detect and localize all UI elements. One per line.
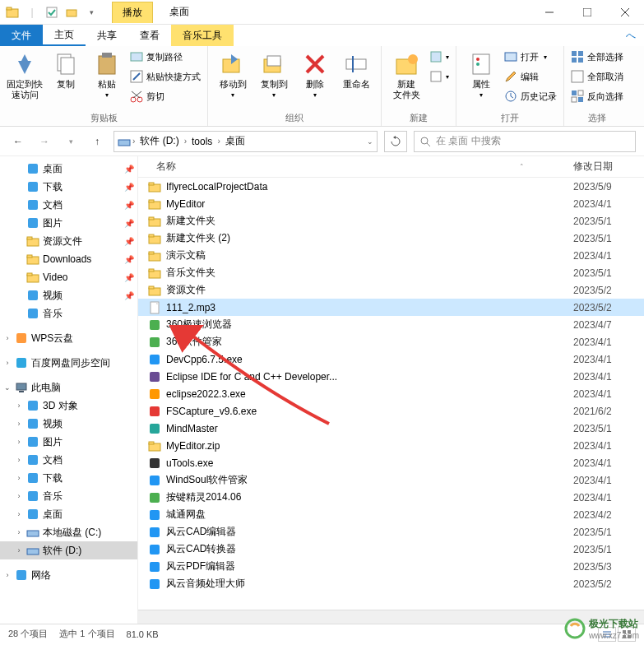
nav-item-资源文件[interactable]: 资源文件📌 xyxy=(0,232,137,250)
nav-item-视频[interactable]: 视频📌 xyxy=(0,286,137,304)
file-row[interactable]: 音乐文件夹2023/5/1 xyxy=(138,264,644,281)
file-row[interactable]: 111_2.mp32023/5/2 xyxy=(138,299,644,316)
rename-button[interactable]: 重命名 xyxy=(338,48,374,90)
expander-icon[interactable]: › xyxy=(15,420,23,428)
chevron-right-icon[interactable]: › xyxy=(132,137,135,146)
expander-icon[interactable]: › xyxy=(15,438,23,446)
file-row[interactable]: 资源文件2023/5/2 xyxy=(138,281,644,299)
column-date[interactable]: 修改日期 xyxy=(573,160,644,174)
tab-home[interactable]: 主页 xyxy=(43,25,86,46)
nav-item-视频[interactable]: ›视频 xyxy=(0,415,137,433)
expander-icon[interactable]: › xyxy=(15,401,23,410)
tab-view[interactable]: 查看 xyxy=(128,25,171,46)
file-row[interactable]: 风云音频处理大师2023/5/2 xyxy=(138,575,644,592)
nav-item-音乐[interactable]: ›音乐 xyxy=(0,487,137,505)
file-row[interactable]: 按键精灵2014.062023/4/1 xyxy=(138,489,644,506)
maximize-button[interactable] xyxy=(568,0,606,25)
file-row[interactable]: 新建文件夹2023/5/1 xyxy=(138,212,644,230)
ribbon-collapse-icon[interactable]: へ xyxy=(618,25,644,46)
file-row[interactable]: MyEditor2023/4/1 xyxy=(138,195,644,212)
expander-icon[interactable]: ⌄ xyxy=(3,383,12,392)
copy-button[interactable]: 复制 xyxy=(48,48,84,90)
column-name[interactable]: 名称˄ xyxy=(138,160,573,174)
properties-button[interactable]: 属性▾ xyxy=(463,48,499,100)
tab-share[interactable]: 共享 xyxy=(86,25,128,46)
select-none-button[interactable]: 全部取消 xyxy=(571,67,623,86)
breadcrumb[interactable]: › 软件 (D:) › tools › 桌面 ⌄ xyxy=(114,131,378,152)
file-row[interactable]: 360软件管家2023/4/1 xyxy=(138,333,644,350)
nav-up-button[interactable]: ↑ xyxy=(87,132,107,151)
nav-item-百度网盘同步空间[interactable]: ›百度网盘同步空间 xyxy=(0,354,137,372)
chevron-right-icon[interactable]: › xyxy=(184,137,187,146)
invert-selection-button[interactable]: 反向选择 xyxy=(571,87,623,105)
nav-back-button[interactable]: ← xyxy=(8,132,28,151)
copy-path-button[interactable]: 复制路径 xyxy=(130,48,201,66)
pin-quick-access-button[interactable]: 固定到快 速访问 xyxy=(7,48,43,100)
history-button[interactable]: 历史记录 xyxy=(504,87,557,105)
nav-item-图片[interactable]: ›图片 xyxy=(0,433,137,451)
nav-item-WPS云盘[interactable]: ›WPS云盘 xyxy=(0,329,137,347)
file-row[interactable]: Eclipse IDE for C and C++ Developer...20… xyxy=(138,368,644,385)
nav-item-桌面[interactable]: ›桌面 xyxy=(0,505,137,523)
paste-button[interactable]: 粘贴 ▾ xyxy=(89,48,125,100)
chevron-right-icon[interactable]: › xyxy=(217,137,220,146)
nav-item-软件 (D:)[interactable]: ›软件 (D:) xyxy=(0,541,137,559)
file-row[interactable]: FSCapture_v9.6.exe2021/6/2 xyxy=(138,402,644,420)
file-row[interactable]: eclipse2022.3.exe2023/4/1 xyxy=(138,385,644,402)
nav-item-图片[interactable]: 图片📌 xyxy=(0,214,137,232)
file-row[interactable]: 风云PDF编辑器2023/5/3 xyxy=(138,558,644,575)
navigation-pane[interactable]: 桌面📌下载📌文档📌图片📌资源文件📌Downloads📌Video📌视频📌音乐›W… xyxy=(0,156,138,624)
nav-item-3D 对象[interactable]: ›3D 对象 xyxy=(0,397,137,415)
copy-to-button[interactable]: 复制到▾ xyxy=(256,48,292,100)
delete-button[interactable]: 删除▾ xyxy=(297,48,333,100)
file-row[interactable]: 演示文稿2023/4/1 xyxy=(138,247,644,264)
expander-icon[interactable]: › xyxy=(3,359,12,367)
file-row[interactable]: 风云CAD转换器2023/5/1 xyxy=(138,541,644,558)
file-row[interactable]: DevCpp6.7.5.exe2023/4/1 xyxy=(138,350,644,368)
nav-history-dropdown[interactable]: ▾ xyxy=(61,132,81,151)
expander-icon[interactable]: › xyxy=(15,510,23,518)
new-item-button[interactable]: ▾ xyxy=(429,48,449,66)
nav-item-音乐[interactable]: 音乐 xyxy=(0,304,137,322)
easy-access-button[interactable]: ▾ xyxy=(429,67,449,86)
file-row[interactable]: 城通网盘2023/4/2 xyxy=(138,506,644,523)
file-row[interactable]: 360极速浏览器2023/4/7 xyxy=(138,316,644,333)
close-button[interactable] xyxy=(606,0,644,25)
expander-icon[interactable]: › xyxy=(3,334,12,342)
cut-button[interactable]: 剪切 xyxy=(130,87,201,105)
refresh-button[interactable] xyxy=(384,131,407,152)
qat-check-icon[interactable] xyxy=(44,5,59,20)
new-folder-button[interactable]: 新建 文件夹 xyxy=(388,48,424,100)
nav-item-下载[interactable]: 下载📌 xyxy=(0,178,137,196)
file-row[interactable]: 风云CAD编辑器2023/5/1 xyxy=(138,523,644,541)
file-list[interactable]: IflyrecLocalProjectData2023/5/9MyEditor2… xyxy=(138,178,644,610)
nav-item-桌面[interactable]: 桌面📌 xyxy=(0,160,137,178)
qat-dropdown-icon[interactable]: ▾ xyxy=(84,5,99,20)
file-row[interactable]: 新建文件夹 (2)2023/5/1 xyxy=(138,230,644,247)
paste-shortcut-button[interactable]: 粘贴快捷方式 xyxy=(130,67,201,86)
nav-item-Video[interactable]: Video📌 xyxy=(0,268,137,286)
nav-item-Downloads[interactable]: Downloads📌 xyxy=(0,250,137,268)
nav-item-文档[interactable]: ›文档 xyxy=(0,451,137,469)
qat-folder-icon[interactable] xyxy=(64,5,79,20)
edit-button[interactable]: 编辑 xyxy=(504,67,557,86)
select-all-button[interactable]: 全部选择 xyxy=(571,48,623,66)
nav-item-本地磁盘 (C:)[interactable]: ›本地磁盘 (C:) xyxy=(0,523,137,541)
nav-item-此电脑[interactable]: ⌄此电脑 xyxy=(0,378,137,397)
breadcrumb-seg-3[interactable]: 桌面 xyxy=(222,134,248,148)
tab-file[interactable]: 文件 xyxy=(0,25,43,46)
breadcrumb-seg-1[interactable]: 软件 (D:) xyxy=(137,134,182,148)
open-button[interactable]: 打开▾ xyxy=(504,48,557,66)
breadcrumb-seg-2[interactable]: tools xyxy=(188,136,215,147)
expander-icon[interactable]: › xyxy=(15,546,23,555)
expander-icon[interactable]: › xyxy=(15,456,23,464)
file-row[interactable]: IflyrecLocalProjectData2023/5/9 xyxy=(138,178,644,195)
nav-forward-button[interactable]: → xyxy=(35,132,54,151)
minimize-button[interactable] xyxy=(530,0,568,25)
file-row[interactable]: MyEditor.zip2023/4/1 xyxy=(138,437,644,454)
expander-icon[interactable]: › xyxy=(15,474,23,482)
expander-icon[interactable]: › xyxy=(3,571,12,579)
file-row[interactable]: WindSoul软件管家2023/4/1 xyxy=(138,471,644,489)
file-row[interactable]: uTools.exe2023/4/1 xyxy=(138,454,644,471)
nav-item-下载[interactable]: ›下载 xyxy=(0,469,137,487)
